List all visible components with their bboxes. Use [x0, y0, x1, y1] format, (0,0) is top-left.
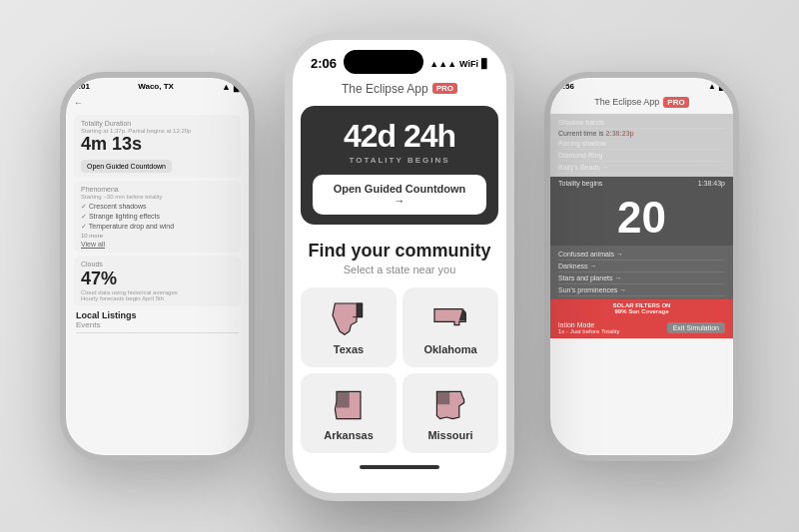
diamond-ring-time: ~5s before: [696, 152, 725, 158]
app-title: The Eclipse App: [342, 82, 428, 96]
exit-simulation-button[interactable]: Exit Simulation: [667, 322, 725, 333]
oklahoma-shape: [430, 299, 470, 339]
confused-animals-row[interactable]: Confused animals →: [558, 249, 725, 261]
countdown-section: 42d 24h TOTALITY BEGINS Open Guided Coun…: [301, 106, 498, 225]
community-subtitle: Select a state near you: [301, 264, 498, 275]
shadow-bands-time: ~15s before: [693, 119, 725, 125]
state-card-arkansas[interactable]: Arkansas: [301, 373, 397, 453]
community-title: Find your community: [301, 241, 498, 263]
right-events-header: Shadow bands ~15s before Current time is…: [550, 114, 733, 177]
texas-shape: [329, 299, 369, 339]
pro-badge: PRO: [432, 83, 457, 94]
phenomenon-more: 10 more: [81, 233, 234, 239]
open-guided-btn-left[interactable]: Open Guided Countdown: [81, 160, 172, 173]
racing-shadow-row: Racing shadow ~10s before: [558, 138, 725, 150]
wifi-icon: ▲: [222, 82, 231, 92]
state-card-missouri[interactable]: Missouri: [402, 373, 498, 453]
right-pro-badge: PRO: [663, 97, 688, 108]
events-label: Events: [76, 320, 239, 333]
right-app-title-bar: The Eclipse App PRO: [550, 95, 733, 114]
bailys-label: Baily's Beads →: [558, 164, 609, 171]
missouri-label: Missouri: [427, 429, 472, 441]
sun-prom-label: Sun's prominences →: [558, 286, 626, 293]
arkansas-shape: [329, 385, 369, 425]
dynamic-island: [344, 50, 423, 74]
local-listings-label: Local Listings: [76, 310, 239, 320]
texas-label: Texas: [334, 343, 364, 355]
racing-shadow-time: ~10s before: [693, 140, 725, 146]
phenomenon-3: Temperature drop and wind: [81, 222, 234, 232]
phenomena-block: Phenomena Starting ~30 min before totali…: [74, 181, 241, 253]
stars-row[interactable]: Stars and planets →: [558, 272, 725, 284]
right-status-bar: 2:56 ▲ ▊: [550, 78, 733, 95]
left-location: Waco, TX: [138, 82, 174, 92]
totality-value: 4m 13s: [81, 134, 234, 155]
phenomenon-2: Strange lighting effects: [81, 212, 234, 222]
solar-filters-bar: SOLAR FILTERS ON 99% Sun Coverage: [550, 299, 733, 317]
state-card-oklahoma[interactable]: Oklahoma: [402, 287, 498, 367]
darkness-label: Darkness →: [558, 263, 597, 269]
right-time: 2:56: [558, 82, 574, 91]
battery-icon-right: ▊: [719, 82, 725, 91]
bailys-row: Baily's Beads → ~5s before: [558, 162, 725, 174]
totality-begins-time: 1:38:43p: [698, 180, 725, 187]
totality-block: Totality Duration Starting at 1:37p. Par…: [74, 115, 241, 178]
home-indicator: [360, 465, 439, 469]
state-grid: Texas Oklahoma Arkansas: [293, 279, 506, 461]
battery-icon: ▊: [234, 82, 241, 92]
current-time-label: Current time is: [558, 130, 604, 137]
bailys-time: ~5s before: [696, 164, 725, 170]
sun-prom-row[interactable]: Sun's prominences →: [558, 284, 725, 296]
shadow-bands-label: Shadow bands: [558, 119, 604, 126]
diamond-ring-row: Diamond Ring ~5s before: [558, 150, 725, 162]
right-status-icons: ▲ ▊: [708, 82, 725, 91]
back-button[interactable]: ←: [66, 96, 249, 110]
missouri-shape: [430, 385, 470, 425]
racing-shadow-label: Racing shadow: [558, 140, 606, 147]
current-time-row: Current time is 2:38:23p: [558, 129, 725, 138]
clouds-label: Clouds: [81, 261, 234, 267]
left-status-icons: ▲ ▊: [222, 82, 241, 92]
phone-right: 2:56 ▲ ▊ The Eclipse App PRO Shadow band…: [544, 72, 739, 461]
view-all-link[interactable]: View all: [81, 241, 234, 248]
shadow-bands-row: Shadow bands ~15s before: [558, 117, 725, 129]
phenomena-sub: Starting ~30 min before totality: [81, 194, 234, 200]
app-title-bar: The Eclipse App PRO: [293, 80, 506, 102]
simulation-label: lation Mode: [558, 321, 620, 328]
center-status-bar: 2:06 ▲▲▲ WiFi ▊: [293, 40, 506, 80]
totality-label: Totality Duration: [81, 120, 234, 127]
center-status-icons: ▲▲▲ WiFi ▊: [429, 59, 488, 69]
diamond-ring-label: Diamond Ring: [558, 152, 602, 159]
right-app-title: The Eclipse App: [594, 97, 659, 107]
phone-left: 3:01 Waco, TX ▲ ▊ ← Totality Duration St…: [60, 72, 255, 461]
phenomena-label: Phenomena: [81, 186, 234, 193]
countdown-display: 20: [550, 190, 733, 246]
countdown-value: 42d 24h: [313, 120, 486, 152]
battery-icon-center: ▊: [481, 59, 488, 69]
local-listings: Local Listings Events: [74, 310, 241, 333]
clouds-block: Clouds 47% Cloud data using historical a…: [74, 256, 241, 306]
countdown-label: TOTALITY BEGINS: [313, 156, 486, 165]
simulation-info: lation Mode 1x - Just before Totality: [558, 321, 620, 334]
simulation-bar: lation Mode 1x - Just before Totality Ex…: [550, 317, 733, 338]
darkness-row[interactable]: Darkness →: [558, 261, 725, 272]
stars-label: Stars and planets →: [558, 274, 621, 281]
left-status-bar: 3:01 Waco, TX ▲ ▊: [66, 78, 249, 96]
right-countdown-value: 20: [550, 196, 733, 240]
phenomenon-1: Crescent shadows: [81, 202, 234, 212]
left-time: 3:01: [74, 82, 90, 92]
phenomena-list: Confused animals → Darkness → Stars and …: [550, 246, 733, 299]
community-section: Find your community Select a state near …: [293, 229, 506, 280]
oklahoma-label: Oklahoma: [423, 343, 476, 355]
signal-icon: ▲▲▲: [429, 59, 456, 69]
state-card-texas[interactable]: Texas: [301, 287, 397, 367]
totality-begins-label: Totality begins: [558, 180, 602, 187]
phones-container: 3:01 Waco, TX ▲ ▊ ← Totality Duration St…: [20, 12, 779, 521]
open-countdown-button[interactable]: Open Guided Countdown →: [313, 175, 486, 215]
confused-animals-label: Confused animals →: [558, 251, 623, 258]
solar-filters-sub: 99% Sun Coverage: [553, 308, 730, 314]
clouds-forecast: Hourly forecasts begin April 5th: [81, 295, 234, 301]
simulation-sub: 1x - Just before Totality: [558, 328, 620, 334]
wifi-icon-center: WiFi: [459, 59, 478, 69]
arkansas-label: Arkansas: [324, 429, 374, 441]
